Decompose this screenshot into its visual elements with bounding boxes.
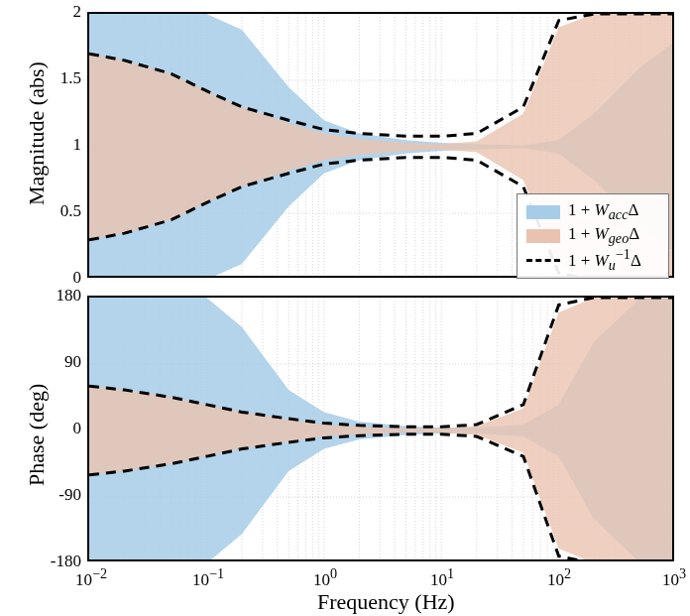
ylabel-bot: Phase (deg) [24, 384, 50, 486]
xtick-1: 10−1 [192, 565, 224, 590]
legend-swatch-geo [526, 229, 560, 243]
phase-plot [87, 296, 674, 561]
ytick-bot-0: -180 [32, 552, 81, 571]
legend-item-acc: 1 + WaccΔ [526, 200, 659, 224]
ylabel-top: Magnitude (abs) [24, 62, 50, 205]
xtick-0: 10−2 [75, 565, 107, 590]
ytick-top-4: 2 [32, 2, 81, 22]
legend-item-geo: 1 + WgeoΔ [526, 224, 659, 248]
xlabel: Frequency (Hz) [317, 589, 455, 615]
legend-item-wu: 1 + Wu−1Δ [526, 248, 659, 272]
xtick-4: 102 [547, 565, 571, 590]
ytick-bot-4: 180 [32, 286, 81, 306]
bode-figure: 0 0.5 1 1.5 2 Magnitude (abs) 1 + WaccΔ … [0, 0, 690, 616]
ytick-top-0: 0 [32, 268, 81, 288]
xtick-5: 103 [662, 565, 686, 590]
ytick-bot-3: 90 [32, 352, 81, 372]
legend-dash-icon [526, 259, 560, 262]
legend: 1 + WaccΔ 1 + WgeoΔ 1 + Wu−1Δ [517, 193, 669, 279]
legend-swatch-acc [526, 205, 560, 219]
ytick-bot-1: -90 [32, 485, 81, 505]
legend-label-geo: 1 + WgeoΔ [568, 224, 639, 247]
legend-label-wu: 1 + Wu−1Δ [568, 246, 641, 274]
xtick-2: 100 [313, 565, 337, 590]
legend-label-acc: 1 + WaccΔ [568, 200, 638, 223]
phase-svg [89, 298, 674, 561]
xtick-3: 101 [430, 565, 454, 590]
